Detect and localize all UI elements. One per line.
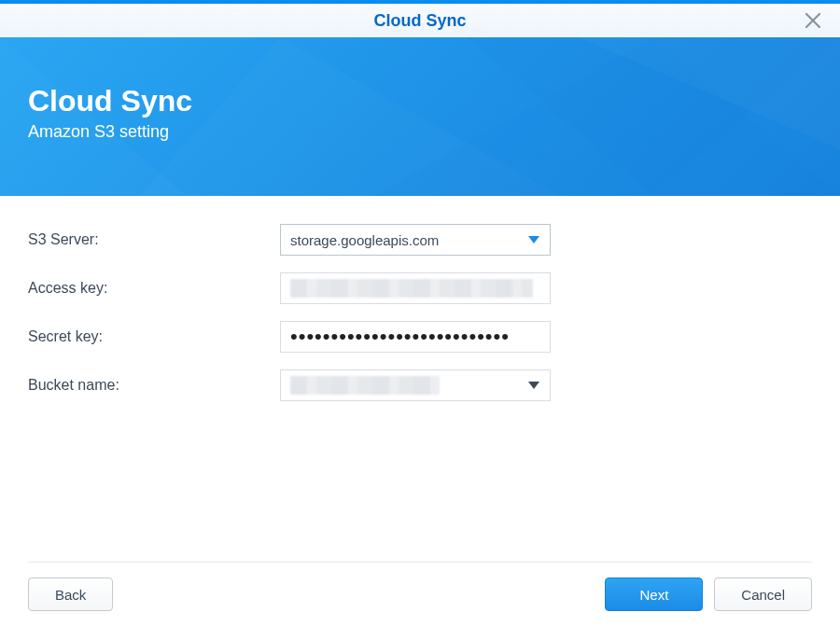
access-key-field[interactable] [280,272,551,304]
bucket-name-value-redacted [290,376,440,395]
window-titlebar: Cloud Sync [0,0,840,37]
s3-server-label: S3 Server: [28,231,280,248]
bucket-name-dropdown[interactable] [280,369,551,401]
close-icon[interactable] [805,12,821,29]
s3-server-value: storage.googleapis.com [290,232,439,248]
access-key-label: Access key: [28,280,280,297]
chevron-down-icon [527,381,540,390]
next-button[interactable]: Next [605,577,703,611]
footer: Back Next Cancel [28,562,812,611]
cancel-button[interactable]: Cancel [714,577,812,611]
divider [28,562,812,563]
bucket-name-label: Bucket name: [28,377,280,394]
svg-marker-8 [528,382,539,389]
chevron-down-icon [527,235,540,244]
page-subtitle: Amazon S3 setting [28,122,812,142]
secret-key-field[interactable] [280,321,551,353]
page-title: Cloud Sync [28,84,812,118]
svg-marker-7 [528,236,539,243]
access-key-value-redacted [290,279,533,298]
secret-key-label: Secret key: [28,328,280,345]
window-title: Cloud Sync [373,11,466,31]
settings-form: S3 Server: storage.googleapis.com Access… [0,196,840,401]
hero-banner: Cloud Sync Amazon S3 setting [0,37,840,196]
s3-server-dropdown[interactable]: storage.googleapis.com [280,224,551,256]
back-button[interactable]: Back [28,577,113,611]
